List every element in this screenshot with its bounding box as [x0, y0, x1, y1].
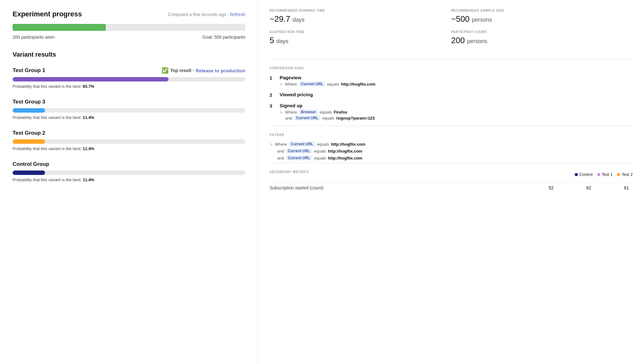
- variants-list: Test Group 1 ✅ Top result · Release to p…: [13, 67, 245, 182]
- experiment-progress-bar: [13, 24, 245, 31]
- goal-number-2: 2: [270, 92, 277, 98]
- stats-grid: RECOMMENDED RUNNING TIME ~29.7 days RECO…: [270, 9, 633, 52]
- variant-group-control: Control Group Probability that this vari…: [13, 161, 245, 182]
- variant-group-test2: Test Group 2 Probability that this varia…: [13, 130, 245, 151]
- badge-current-url-3: Current URL: [294, 115, 320, 120]
- variant-bar-test3: [13, 108, 245, 113]
- signup-url-value: /signup?param=123: [336, 116, 374, 120]
- goal-number-3: 3: [270, 103, 277, 109]
- right-panel: RECOMMENDED RUNNING TIME ~29.7 days RECO…: [258, 0, 644, 364]
- legend-dot-test1: [597, 173, 600, 176]
- goal-condition-3-2: and Current URL equals /signup?param=123: [280, 115, 633, 120]
- top-result-label: Top result ·: [170, 68, 194, 73]
- stat-value-rrt: ~29.7 days: [270, 14, 451, 24]
- filter-url-value-1: http://hogflix.com: [331, 142, 365, 147]
- release-to-production-link[interactable]: Release to production: [196, 68, 245, 73]
- goal-name-1: Pageview: [280, 75, 633, 80]
- stat-value-pc: 200 persons: [451, 36, 633, 45]
- legend-item-test1: Test 1: [597, 172, 613, 177]
- stat-label-rss: RECOMMENDED SAMPLE SIZE: [451, 9, 633, 12]
- variant-bar-fill-test3: [13, 108, 45, 113]
- arrow-icon-filter1: ↳: [270, 142, 273, 147]
- conversion-goal-label: CONVERSION GOAL: [270, 66, 633, 70]
- goal-number-1: 1: [270, 75, 277, 81]
- variant-group-test3: Test Group 3 Probability that this varia…: [13, 99, 245, 120]
- legend-dot-test2: [617, 173, 620, 176]
- legend-dot-control: [575, 173, 578, 176]
- stat-elapsed-run-time: ELAPSED RUN TIME 5 days: [270, 30, 451, 52]
- secondary-metrics-label: SECONDARY METRICS: [270, 170, 309, 174]
- divider-filters: [270, 163, 633, 163]
- variant-probability-control: Probability that this variant is the bes…: [13, 177, 245, 182]
- badge-filter-url-3: Current URL: [286, 155, 312, 160]
- goal-item-3: 3 Signed up ↳ Where Browser equals Firef…: [270, 103, 633, 121]
- filter-url-value-3: http://hogflix.com: [328, 156, 362, 160]
- stat-label-ert: ELAPSED RUN TIME: [270, 30, 451, 34]
- variant-group-test1: Test Group 1 ✅ Top result · Release to p…: [13, 67, 245, 89]
- legend-label-test1: Test 1: [602, 172, 613, 177]
- metrics-table: Subscription started (count) 52 62 61: [270, 182, 633, 193]
- variant-bar-control: [13, 171, 245, 175]
- metric-control-value: 52: [520, 183, 557, 193]
- variant-probability-test1: Probability that this variant is the bes…: [13, 84, 245, 89]
- stat-participant-count: PARTICPANT COUNT 200 persons: [451, 30, 633, 52]
- legend-label-test2: Test 2: [622, 172, 633, 177]
- stat-label-rrt: RECOMMENDED RUNNING TIME: [270, 9, 451, 12]
- variant-name-test3: Test Group 3: [13, 99, 45, 105]
- participants-row: 200 participants seen Goal: 500 particip…: [13, 35, 245, 40]
- goal-condition-3-1: ↳ Where Browser equals Firefox: [280, 109, 633, 115]
- variant-header-control: Control Group: [13, 161, 245, 167]
- variant-name-test1: Test Group 1: [13, 67, 45, 74]
- divider-goals: [270, 126, 633, 126]
- badge-filter-url-1: Current URL: [289, 142, 315, 147]
- experiment-header: Experiment progress Computed a few secon…: [13, 10, 245, 18]
- goal-content-1: Pageview ↳ Where Current URL equals http…: [280, 75, 633, 87]
- computed-info: Computed a few seconds ago · Refresh: [168, 12, 245, 17]
- goal-content-3: Signed up ↳ Where Browser equals Firefox…: [280, 103, 633, 121]
- badge-browser: Browser: [299, 109, 318, 115]
- legend-item-test2: Test 2: [617, 172, 633, 177]
- experiment-title: Experiment progress: [13, 10, 82, 18]
- secondary-metrics-header: SECONDARY METRICS Control Test 1 Test 2: [270, 170, 633, 179]
- arrow-icon-3: ↳: [280, 110, 283, 115]
- progress-bar-fill: [13, 24, 106, 31]
- top-result-badge: ✅ Top result · Release to production: [162, 67, 245, 74]
- participants-seen: 200 participants seen: [13, 35, 54, 40]
- variant-bar-fill-control: [13, 171, 45, 175]
- goal-name-2: Viewed pricing: [280, 92, 633, 97]
- legend-item-control: Control: [575, 172, 593, 177]
- badge-filter-url-2: Current URL: [286, 148, 312, 154]
- table-row-subscription: Subscription started (count) 52 62 61: [270, 183, 633, 193]
- divider-stats: [270, 59, 633, 59]
- variant-header-test1: Test Group 1 ✅ Top result · Release to p…: [13, 67, 245, 74]
- stat-recommended-sample-size: RECOMMENDED SAMPLE SIZE ~500 persons: [451, 9, 633, 30]
- variant-bar-test2: [13, 139, 245, 144]
- variant-header-test3: Test Group 3: [13, 99, 245, 105]
- url-value-1: http://hogflix.com: [341, 82, 375, 87]
- metric-test1-value: 62: [557, 183, 595, 193]
- filter-row-2: and Current URL equals http://hogflix.co…: [270, 148, 633, 154]
- stat-value-rss: ~500 persons: [451, 14, 633, 24]
- variant-name-test2: Test Group 2: [13, 130, 45, 136]
- filters-section: FILTERS ↳ Where Current URL equals http:…: [270, 133, 633, 160]
- legend: Control Test 1 Test 2: [575, 172, 633, 177]
- variant-name-control: Control Group: [13, 161, 49, 167]
- filter-row-1: ↳ Where Current URL equals http://hogfli…: [270, 142, 633, 147]
- checkmark-badge-icon: ✅: [162, 67, 168, 74]
- refresh-link[interactable]: Refresh: [230, 12, 245, 17]
- filters-label: FILTERS: [270, 133, 633, 137]
- variant-probability-test3: Probability that this variant is the bes…: [13, 115, 245, 120]
- badge-current-url-1: Current URL: [299, 81, 325, 87]
- goal-content-2: Viewed pricing: [280, 92, 633, 98]
- legend-label-control: Control: [579, 172, 593, 177]
- metric-name: Subscription started (count): [270, 183, 520, 193]
- browser-value: Firefox: [334, 110, 347, 115]
- goal-text: Goal: 500 participants: [202, 35, 245, 40]
- stat-recommended-running-time: RECOMMENDED RUNNING TIME ~29.7 days: [270, 9, 451, 30]
- goal-name-3: Signed up: [280, 103, 633, 108]
- stat-value-ert: 5 days: [270, 36, 451, 45]
- variant-results-title: Variant results: [13, 51, 245, 58]
- variant-bar-fill-test2: [13, 139, 45, 144]
- computed-text: Computed a few seconds ago ·: [168, 12, 230, 17]
- variant-bar-fill-test1: [13, 77, 168, 81]
